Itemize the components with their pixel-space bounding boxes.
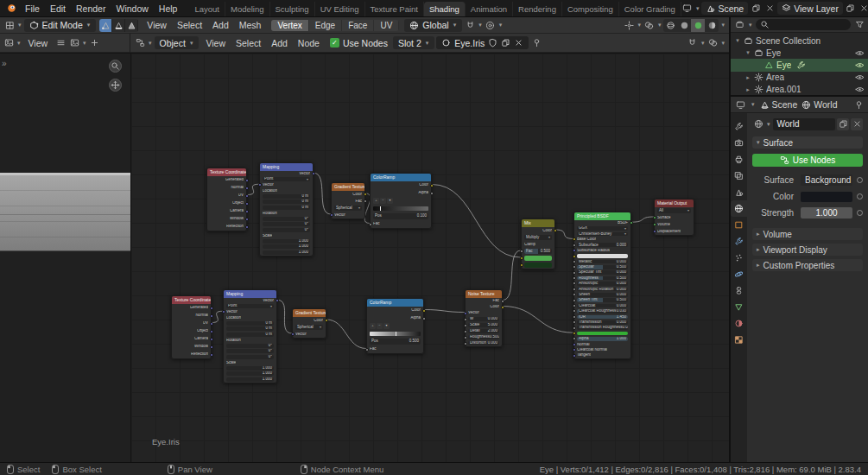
node-socket[interactable] — [573, 354, 576, 358]
input-socket-icon[interactable] — [857, 177, 863, 183]
menu-edit[interactable]: Edit — [45, 3, 71, 14]
wireframe-shading-icon[interactable] — [663, 19, 677, 32]
unlink-world-icon[interactable] — [851, 118, 863, 130]
properties-tab-texture[interactable] — [731, 332, 747, 348]
slot-dropdown[interactable]: Slot 2▾ — [393, 36, 434, 49]
visibility-eye-icon[interactable] — [855, 85, 865, 94]
node-socket[interactable] — [520, 250, 523, 253]
node-row-color2[interactable] — [522, 262, 554, 269]
outliner-filter-icon[interactable] — [853, 18, 865, 31]
workspace-tab-color-grading[interactable]: Color Grading — [619, 2, 681, 16]
node-socket[interactable] — [430, 184, 434, 187]
outliner-item-eye[interactable]: Eye — [731, 59, 868, 71]
node-header[interactable]: Gradient Texture — [293, 309, 326, 317]
node-socket[interactable] — [422, 317, 426, 320]
breadcrumb-scene[interactable]: Scene — [760, 99, 798, 110]
viewport-menu-mesh[interactable]: Mesh — [234, 20, 267, 30]
workspace-tab-shading[interactable]: Shading — [424, 2, 466, 16]
node-socket[interactable] — [573, 315, 576, 319]
properties-tab-particles[interactable] — [731, 250, 747, 266]
node-socket[interactable] — [464, 312, 467, 315]
workspace-tab-sculpting[interactable]: Sculpting — [270, 2, 315, 16]
show-gizmo-icon[interactable] — [623, 19, 635, 32]
panel-header-volume[interactable]: ▸Volume — [752, 228, 863, 240]
node-gradient-texture-9[interactable]: Gradient TextureColorSpherical▾Vector — [292, 308, 326, 339]
node-socket[interactable] — [653, 216, 656, 219]
node-socket[interactable] — [501, 306, 504, 309]
world-name-field[interactable]: World — [773, 118, 835, 130]
node-socket[interactable] — [573, 343, 576, 346]
image-browse-icon[interactable] — [68, 36, 80, 49]
shader-editor-type-icon[interactable] — [134, 36, 146, 49]
edit-menu-face[interactable]: Face — [342, 20, 374, 31]
use-nodes-button[interactable]: Use Nodes — [752, 154, 863, 167]
node-socket[interactable] — [210, 322, 213, 326]
node-socket[interactable] — [573, 249, 576, 252]
node-socket[interactable] — [501, 300, 504, 303]
input-socket-icon[interactable] — [857, 193, 863, 200]
node-socket[interactable] — [520, 256, 523, 260]
visibility-eye-icon[interactable] — [855, 48, 865, 58]
shader-menu-node[interactable]: Node — [293, 38, 325, 48]
world-browse-icon[interactable] — [752, 117, 764, 130]
properties-tab-modifiers[interactable] — [731, 233, 747, 250]
solid-shading-icon[interactable] — [677, 19, 691, 32]
edge-select-mode-icon[interactable] — [112, 19, 125, 32]
properties-tab-view-layer[interactable] — [731, 168, 747, 184]
overlays-toggle-icon[interactable] — [706, 36, 719, 49]
display-mode-icon[interactable] — [681, 2, 694, 15]
expander-icon[interactable]: ▸ — [744, 86, 751, 93]
shader-menu-add[interactable]: Add — [266, 38, 293, 48]
node-row-scale[interactable]: Scale5.000 — [466, 322, 502, 328]
unlink-material-icon[interactable] — [514, 38, 523, 48]
node-row-clearcoat-roughness[interactable]: Clearcoat Roughness0.030 — [574, 308, 630, 314]
node-socket[interactable] — [520, 263, 523, 267]
node-socket[interactable] — [573, 326, 576, 330]
properties-tab-object[interactable] — [731, 217, 747, 233]
shader-type-dropdown[interactable]: Object▾ — [155, 36, 200, 49]
node-header[interactable]: Principled BSDF — [574, 212, 630, 220]
viewport-menu-add[interactable]: Add — [207, 20, 234, 30]
breadcrumb-world[interactable]: World — [801, 99, 837, 110]
node-row-spherical[interactable]: Spherical▾ — [332, 205, 364, 212]
node-socket[interactable] — [573, 265, 576, 269]
node-socket[interactable] — [330, 213, 333, 217]
node-mapping-1[interactable]: MappingVectorPoint▾VectorLocation0 m0 m0… — [259, 162, 314, 256]
node-socket[interactable] — [210, 338, 213, 341]
expander-icon[interactable]: ▾ — [744, 49, 751, 56]
properties-editor-type-icon[interactable] — [734, 98, 746, 111]
properties-tab-output[interactable] — [731, 151, 747, 168]
node-socket[interactable] — [210, 330, 213, 333]
strength-field[interactable]: 1.000 — [801, 207, 852, 218]
node-socket[interactable] — [573, 288, 576, 291]
properties-tab-world[interactable] — [731, 200, 747, 217]
node-socket[interactable] — [210, 307, 213, 310]
node-socket[interactable] — [630, 221, 633, 225]
node-socket[interactable] — [210, 314, 213, 318]
properties-tab-render[interactable] — [731, 135, 747, 151]
workspace-tab-compositing[interactable]: Compositing — [562, 2, 619, 16]
node-socket[interactable] — [573, 271, 576, 275]
close-scene-icon[interactable] — [763, 2, 776, 15]
shader-menu-select[interactable]: Select — [231, 38, 266, 48]
node-socket[interactable] — [422, 309, 426, 313]
viewport-menu-select[interactable]: Select — [172, 20, 207, 30]
node-row[interactable]: +−▾ — [371, 197, 431, 205]
node-socket[interactable] — [364, 200, 367, 203]
outliner-search-input[interactable] — [756, 19, 851, 30]
workspace-tab-layout[interactable]: Layout — [189, 2, 225, 16]
properties-tab-tool[interactable] — [731, 118, 747, 135]
properties-tab-material[interactable] — [731, 315, 747, 332]
copy-material-icon[interactable] — [501, 38, 510, 48]
node-row-multiply[interactable]: Multiply▾ — [522, 234, 554, 241]
workspace-tab-animation[interactable]: Animation — [466, 2, 513, 16]
expander-icon[interactable]: ▸ — [744, 74, 751, 81]
workspace-tab-uv-editing[interactable]: UV Editing — [315, 2, 365, 16]
mode-dropdown[interactable]: Edit Mode▾ — [24, 19, 97, 32]
node-row-w[interactable]: W0.000 — [466, 316, 502, 322]
node-socket[interactable] — [573, 332, 576, 335]
node-row-fac[interactable]: Fac0.500 — [522, 248, 554, 255]
node-socket[interactable] — [430, 192, 434, 195]
properties-tab-physics[interactable] — [731, 266, 747, 282]
surface-dropdown[interactable]: Background — [801, 174, 852, 186]
